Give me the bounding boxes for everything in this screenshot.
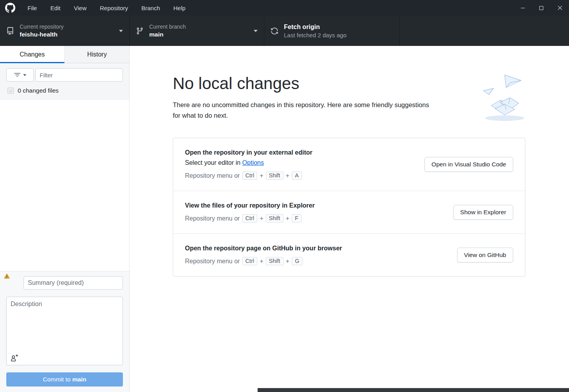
menu-repository[interactable]: Repository — [93, 0, 135, 16]
current-repository-name: feishu-health — [20, 31, 64, 38]
suggestion-title: Open the repository in your external edi… — [185, 149, 313, 156]
kbd-a: A — [292, 171, 302, 180]
filter-options-button[interactable] — [6, 68, 34, 82]
sidebar: Changes History 0 changed files — [0, 46, 130, 392]
key-separator: + — [286, 172, 289, 179]
sync-icon — [271, 27, 278, 35]
commit-author-avatar-wrap — [6, 277, 19, 289]
changed-files-list — [0, 100, 129, 271]
taskbar-sliver — [258, 388, 569, 392]
kbd-ctrl: Ctrl — [242, 171, 258, 180]
close-icon — [558, 5, 562, 10]
shortcut-prefix: Repository menu or — [185, 258, 240, 265]
minimize-icon — [521, 6, 525, 10]
git-branch-icon — [136, 27, 144, 35]
kbd-g: G — [292, 257, 302, 265]
suggestion-shortcut: Repository menu or Ctrl + Shift + F — [185, 214, 315, 222]
suggestion-open-editor: Open the repository in your external edi… — [173, 138, 525, 191]
open-in-vscode-button[interactable]: Open in Visual Studio Code — [424, 157, 513, 172]
fetch-origin-title: Fetch origin — [284, 24, 346, 31]
filter-area: 0 changed files — [0, 63, 129, 100]
close-button[interactable] — [551, 0, 569, 16]
suggestion-subtitle-text: Select your editor in — [185, 159, 242, 166]
key-separator: + — [286, 258, 289, 265]
shortcut-prefix: Repository menu or — [185, 215, 240, 222]
suggestion-shortcut: Repository menu or Ctrl + Shift + G — [185, 257, 342, 265]
chevron-down-icon — [23, 74, 26, 76]
key-separator: + — [260, 258, 263, 265]
view-on-github-button[interactable]: View on GitHub — [457, 248, 513, 263]
filter-input[interactable] — [35, 68, 123, 82]
sidebar-tabs: Changes History — [0, 46, 129, 63]
suggestion-subtitle: Select your editor in Options — [185, 159, 313, 166]
shortcut-prefix: Repository menu or — [185, 172, 240, 179]
fetch-origin-button[interactable]: Fetch origin Last fetched 2 days ago — [264, 16, 400, 46]
kbd-ctrl: Ctrl — [242, 257, 258, 265]
kbd-ctrl: Ctrl — [242, 214, 258, 222]
commit-description-textarea[interactable] — [6, 297, 123, 365]
menu-view[interactable]: View — [67, 0, 93, 16]
page-subtitle: There are no uncommitted changes in this… — [173, 100, 437, 120]
menu-help[interactable]: Help — [167, 0, 192, 16]
menu-file[interactable]: File — [21, 0, 44, 16]
chevron-down-icon — [254, 30, 258, 32]
kbd-shift: Shift — [266, 214, 284, 222]
window-controls — [514, 0, 569, 16]
suggestion-title: View the files of your repository in Exp… — [185, 202, 315, 209]
github-logo-icon — [5, 3, 15, 13]
kbd-shift: Shift — [266, 257, 284, 265]
key-separator: + — [260, 172, 263, 179]
commit-button[interactable]: Commit to main — [6, 372, 123, 387]
check-icon — [9, 89, 13, 93]
changed-files-count: 0 changed files — [18, 87, 59, 94]
main-content: No local changes There are no uncommitte… — [130, 46, 569, 392]
tab-changes[interactable]: Changes — [0, 46, 64, 63]
suggestions-box: Open the repository in your external edi… — [173, 138, 525, 277]
menu-branch[interactable]: Branch — [135, 0, 167, 16]
warning-icon — [4, 273, 10, 279]
key-separator: + — [286, 215, 289, 222]
current-branch-name: main — [149, 31, 186, 38]
minimize-button[interactable] — [514, 0, 532, 16]
key-separator: + — [260, 215, 263, 222]
paper-airplane-illustration — [480, 72, 528, 124]
options-link[interactable]: Options — [242, 159, 264, 166]
maximize-icon — [539, 6, 543, 10]
add-coauthor-button[interactable] — [11, 354, 18, 361]
current-repository-button[interactable]: Current repository feishu-health — [0, 16, 130, 46]
commit-summary-input[interactable] — [24, 276, 123, 290]
repo-icon — [6, 27, 14, 35]
chevron-down-icon — [119, 30, 123, 32]
fetch-origin-subtitle: Last fetched 2 days ago — [284, 32, 346, 38]
suggestion-show-explorer: View the files of your repository in Exp… — [173, 191, 525, 233]
maximize-button[interactable] — [532, 0, 551, 16]
current-branch-label: Current branch — [149, 24, 186, 30]
show-in-explorer-button[interactable]: Show in Explorer — [453, 205, 513, 220]
suggestion-shortcut: Repository menu or Ctrl + Shift + A — [185, 171, 313, 180]
kbd-f: F — [292, 214, 302, 222]
commit-area: Commit to main — [0, 271, 129, 392]
current-branch-button[interactable]: Current branch main — [130, 16, 264, 46]
suggestion-view-github: Open the repository page on GitHub in yo… — [173, 233, 525, 276]
filter-icon — [14, 72, 20, 78]
current-repository-label: Current repository — [20, 24, 64, 30]
tab-history[interactable]: History — [64, 46, 129, 63]
menu-edit[interactable]: Edit — [44, 0, 67, 16]
titlebar: File Edit View Repository Branch Help — [0, 0, 569, 16]
kbd-shift: Shift — [266, 171, 284, 180]
toolbar-empty-area — [400, 16, 569, 46]
person-add-icon — [11, 354, 18, 361]
suggestion-title: Open the repository page on GitHub in yo… — [185, 245, 342, 252]
select-all-checkbox[interactable] — [7, 88, 14, 94]
toolbar: Current repository feishu-health Current… — [0, 16, 569, 46]
